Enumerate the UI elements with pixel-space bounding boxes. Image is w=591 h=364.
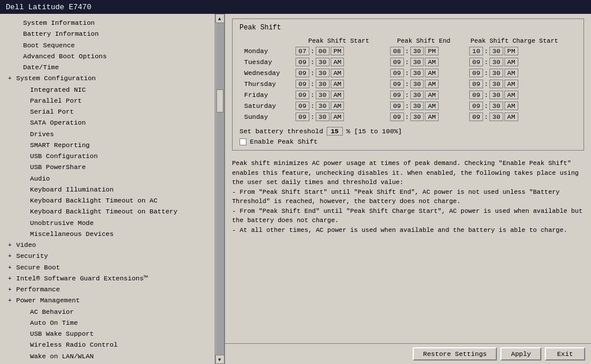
start-time-cell[interactable]: 09 : 30 AM [291, 100, 386, 111]
start-min[interactable]: 30 [316, 112, 330, 121]
charge-min[interactable]: 30 [489, 47, 503, 55]
end-min[interactable]: 30 [410, 69, 424, 77]
end-time-cell[interactable]: 08 : 30 PM [386, 46, 465, 57]
start-ampm[interactable]: AM [331, 69, 345, 77]
sidebar-item-auto-on-time[interactable]: Auto On Time [0, 317, 215, 328]
start-min[interactable]: 30 [316, 102, 330, 110]
sidebar-item-date-time[interactable]: Date/Time [0, 62, 215, 73]
start-ampm[interactable]: PM [331, 47, 345, 55]
end-min[interactable]: 30 [410, 102, 424, 110]
charge-ampm[interactable]: PM [504, 47, 518, 55]
charge-min[interactable]: 30 [489, 80, 503, 88]
charge-hour[interactable]: 09 [469, 80, 483, 88]
end-hour[interactable]: 09 [390, 58, 404, 66]
charge-hour[interactable]: 09 [469, 58, 483, 66]
charge-min[interactable]: 30 [489, 102, 503, 110]
sidebar-item-security[interactable]: + Security [0, 250, 215, 261]
charge-min[interactable]: 30 [489, 58, 503, 66]
start-ampm[interactable]: AM [331, 80, 345, 88]
charge-ampm[interactable]: AM [504, 80, 518, 88]
sidebar-item-drives[interactable]: Drives [0, 129, 215, 140]
sidebar-item-usb-config[interactable]: USB Configuration [0, 151, 215, 162]
sidebar-item-system-info[interactable]: System Information [0, 17, 215, 28]
start-hour[interactable]: 09 [296, 69, 309, 77]
sidebar-item-wake-lan[interactable]: Wake on LAN/WLAN [0, 351, 215, 362]
start-time-cell[interactable]: 09 : 30 AM [291, 78, 386, 89]
start-min[interactable]: 00 [316, 47, 330, 55]
scroll-up-btn[interactable]: ▲ [215, 14, 225, 23]
start-min[interactable]: 30 [316, 58, 330, 66]
charge-hour[interactable]: 09 [469, 102, 483, 110]
start-hour[interactable]: 09 [296, 102, 309, 110]
start-time-cell[interactable]: 09 : 30 AM [291, 67, 386, 78]
start-ampm[interactable]: AM [331, 91, 345, 99]
end-min[interactable]: 30 [410, 58, 424, 66]
start-hour[interactable]: 09 [296, 80, 309, 88]
charge-ampm[interactable]: AM [504, 58, 518, 66]
charge-ampm[interactable]: AM [504, 112, 518, 121]
end-hour[interactable]: 09 [390, 69, 404, 77]
charge-min[interactable]: 30 [489, 91, 503, 99]
start-min[interactable]: 30 [316, 80, 330, 88]
start-time-cell[interactable]: 09 : 30 AM [291, 57, 386, 67]
charge-time-cell[interactable]: 10 : 30 PM [465, 46, 577, 57]
charge-time-cell[interactable]: 09 : 30 AM [465, 100, 577, 111]
sidebar-item-wireless-radio[interactable]: Wireless Radio Control [0, 339, 215, 350]
end-time-cell[interactable]: 09 : 30 AM [386, 57, 465, 67]
end-time-cell[interactable]: 09 : 30 AM [386, 89, 465, 100]
end-min[interactable]: 30 [410, 91, 424, 99]
sidebar-item-unobtrusive[interactable]: Unobtrusive Mode [0, 217, 215, 228]
sidebar-item-system-config[interactable]: + System Configuration [0, 73, 215, 84]
end-time-cell[interactable]: 09 : 30 AM [386, 111, 465, 122]
charge-hour[interactable]: 09 [469, 91, 483, 99]
start-time-cell[interactable]: 09 : 30 AM [291, 89, 386, 100]
sidebar-item-power-mgmt[interactable]: + Power Management [0, 295, 215, 306]
end-hour[interactable]: 09 [390, 102, 404, 110]
scroll-thumb[interactable] [216, 89, 223, 112]
start-time-cell[interactable]: 07 : 00 PM [291, 46, 386, 57]
restore-settings-button[interactable]: Restore Settings [413, 347, 497, 361]
charge-ampm[interactable]: AM [504, 69, 518, 77]
end-hour[interactable]: 09 [390, 112, 404, 121]
sidebar-item-serial-port[interactable]: Serial Port [0, 106, 215, 117]
sidebar-item-smart-reporting[interactable]: SMART Reporting [0, 140, 215, 151]
charge-ampm[interactable]: AM [504, 91, 518, 99]
exit-button[interactable]: Exit [545, 347, 585, 361]
end-ampm[interactable]: AM [425, 112, 439, 121]
sidebar-item-secure-boot[interactable]: + Secure Boot [0, 262, 215, 273]
end-min[interactable]: 30 [410, 80, 424, 88]
charge-time-cell[interactable]: 09 : 30 AM [465, 89, 577, 100]
sidebar-item-keyboard-backlight-bat[interactable]: Keyboard Backlight Timeout on Battery [0, 206, 215, 217]
sidebar-item-video[interactable]: + Video [0, 239, 215, 250]
charge-hour[interactable]: 10 [469, 47, 483, 55]
start-ampm[interactable]: AM [331, 58, 345, 66]
sidebar-item-parallel-port[interactable]: Parallel Port [0, 95, 215, 106]
charge-time-cell[interactable]: 09 : 30 AM [465, 111, 577, 122]
sidebar-item-advanced-boot[interactable]: Advanced Boot Options [0, 51, 215, 62]
start-ampm[interactable]: AM [331, 112, 345, 121]
sidebar-item-performance[interactable]: + Performance [0, 284, 215, 295]
charge-time-cell[interactable]: 09 : 30 AM [465, 78, 577, 89]
end-ampm[interactable]: AM [425, 102, 439, 110]
sidebar-item-integrated-nic[interactable]: Integrated NIC [0, 84, 215, 95]
apply-button[interactable]: Apply [500, 347, 541, 361]
sidebar-item-keyboard-backlight-ac[interactable]: Keyboard Backlight Timeout on AC [0, 195, 215, 206]
start-time-cell[interactable]: 09 : 30 AM [291, 111, 386, 122]
charge-ampm[interactable]: AM [504, 102, 518, 110]
sidebar-item-usb-wake[interactable]: USB Wake Support [0, 328, 215, 339]
end-ampm[interactable]: AM [425, 69, 439, 77]
end-min[interactable]: 30 [410, 47, 424, 55]
charge-hour[interactable]: 09 [469, 112, 483, 121]
sidebar-item-usb-powershare[interactable]: USB PowerShare [0, 162, 215, 172]
end-time-cell[interactable]: 09 : 30 AM [386, 100, 465, 111]
start-hour[interactable]: 07 [296, 47, 309, 55]
end-ampm[interactable]: AM [425, 58, 439, 66]
charge-hour[interactable]: 09 [469, 69, 483, 77]
charge-time-cell[interactable]: 09 : 30 AM [465, 67, 577, 78]
sidebar-item-intel-sge[interactable]: + Intel® Software Guard Extensions™ [0, 273, 215, 284]
sidebar-item-battery-info[interactable]: Battery Information [0, 28, 215, 39]
scrollbar[interactable]: ▲ ▼ [215, 14, 224, 364]
start-ampm[interactable]: AM [331, 102, 345, 110]
end-hour[interactable]: 09 [390, 80, 404, 88]
sidebar-item-keyboard-illum[interactable]: Keyboard Illumination [0, 184, 215, 195]
